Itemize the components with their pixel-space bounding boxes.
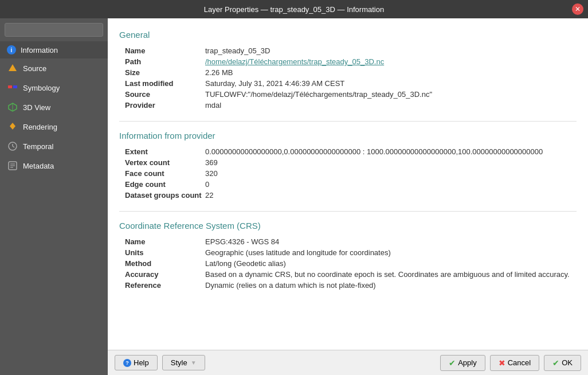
info-row-path: Path /home/delazj/Téléchargements/trap_s… — [125, 57, 577, 66]
ok-label: OK — [562, 358, 573, 367]
info-row-extent: Extent 0.00000000000000000,0.00000000000… — [125, 147, 577, 156]
info-row-vertex: Vertex count 369 — [125, 158, 577, 167]
close-button[interactable]: ✕ — [572, 3, 583, 15]
info-icon: i — [7, 45, 16, 54]
info-row-provider: Provider mdal — [125, 101, 577, 110]
label-accuracy: Accuracy — [125, 270, 205, 279]
sidebar-item-source[interactable]: Source — [0, 58, 108, 78]
sidebar-item-symbology[interactable]: Symbology — [0, 78, 108, 97]
cancel-x-icon: ✖ — [499, 358, 505, 368]
divider-2 — [119, 211, 577, 212]
info-row-method: Method Lat/long (Geodetic alias) — [125, 259, 577, 268]
label-extent: Extent — [125, 147, 205, 156]
provider-section-title: Information from provider — [119, 131, 577, 140]
help-icon: ? — [123, 359, 131, 367]
value-crs-name: EPSG:4326 - WGS 84 — [205, 237, 577, 246]
sidebar-item-rendering[interactable]: Rendering — [0, 117, 108, 136]
label-units: Units — [125, 248, 205, 257]
label-size: Size — [125, 68, 205, 77]
search-input[interactable] — [5, 23, 103, 37]
value-edge: 0 — [205, 180, 577, 189]
label-edge: Edge count — [125, 180, 205, 189]
label-path: Path — [125, 57, 205, 66]
sidebar-label-3d-view: 3D View — [23, 103, 50, 112]
ok-button[interactable]: ✔ OK — [544, 355, 581, 371]
source-icon — [7, 62, 18, 74]
titlebar: Layer Properties — trap_steady_05_3D — I… — [0, 0, 588, 18]
value-modified: Saturday, July 31, 2021 4:46:39 AM CEST — [205, 79, 577, 88]
sidebar-item-3d-view[interactable]: 3D View — [0, 97, 108, 117]
style-button[interactable]: Style ▼ — [162, 355, 205, 370]
value-accuracy: Based on a dynamic CRS, but no coordinat… — [205, 270, 577, 279]
label-modified: Last modified — [125, 79, 205, 88]
sidebar: i Information Source Symbology — [0, 18, 108, 375]
ok-check-icon: ✔ — [552, 358, 559, 368]
cancel-label: Cancel — [508, 358, 531, 367]
content-scroll[interactable]: General Name trap_steady_05_3D Path /hom… — [108, 18, 588, 350]
svg-rect-2 — [13, 85, 17, 88]
label-provider: Provider — [125, 101, 205, 110]
content-area: General Name trap_steady_05_3D Path /hom… — [108, 18, 588, 375]
info-row-units: Units Geographic (uses latitude and long… — [125, 248, 577, 257]
info-row-accuracy: Accuracy Based on a dynamic CRS, but no … — [125, 270, 577, 279]
svg-marker-0 — [9, 64, 17, 71]
label-name: Name — [125, 46, 205, 55]
sidebar-item-temporal[interactable]: Temporal — [0, 136, 108, 156]
crs-section-title: Coordinate Reference System (CRS) — [119, 221, 577, 231]
sidebar-label-metadata: Metadata — [23, 162, 54, 170]
help-label: Help — [134, 358, 149, 367]
label-dataset: Dataset groups count — [125, 191, 205, 200]
svg-marker-5 — [10, 123, 15, 130]
svg-rect-1 — [8, 85, 12, 88]
label-source: Source — [125, 90, 205, 99]
info-row-size: Size 2.26 MB — [125, 68, 577, 77]
value-name: trap_steady_05_3D — [205, 46, 577, 55]
value-size: 2.26 MB — [205, 68, 577, 77]
value-path[interactable]: /home/delazj/Téléchargements/trap_steady… — [205, 57, 577, 66]
info-row-edge: Edge count 0 — [125, 180, 577, 189]
chevron-down-icon: ▼ — [191, 360, 197, 366]
value-provider: mdal — [205, 101, 577, 110]
style-label: Style — [171, 358, 187, 367]
window-title: Layer Properties — trap_steady_05_3D — I… — [204, 5, 384, 14]
crs-table: Name EPSG:4326 - WGS 84 Units Geographic… — [119, 237, 577, 290]
sidebar-label-information: Information — [21, 46, 58, 54]
general-table: Name trap_steady_05_3D Path /home/delazj… — [119, 46, 577, 110]
value-method: Lat/long (Geodetic alias) — [205, 259, 577, 268]
sidebar-label-rendering: Rendering — [23, 123, 57, 131]
bottom-bar: ? Help Style ▼ ✔ Apply ✖ Cancel ✔ — [108, 350, 588, 375]
info-row-source: Source TUFLOWFV:"/home/delazj/Télécharge… — [125, 90, 577, 99]
info-row-crs-name: Name EPSG:4326 - WGS 84 — [125, 237, 577, 246]
label-reference: Reference — [125, 281, 205, 290]
symbology-icon — [7, 82, 18, 93]
value-source: TUFLOWFV:"/home/delazj/Téléchargements/t… — [205, 90, 577, 99]
value-extent: 0.00000000000000000,0.00000000000000000 … — [205, 147, 577, 156]
sidebar-label-source: Source — [23, 64, 46, 73]
sidebar-label-symbology: Symbology — [23, 84, 60, 92]
label-method: Method — [125, 259, 205, 268]
info-row-face: Face count 320 — [125, 169, 577, 178]
value-face: 320 — [205, 169, 577, 178]
label-vertex: Vertex count — [125, 158, 205, 167]
value-vertex: 369 — [205, 158, 577, 167]
metadata-icon — [7, 160, 18, 171]
3dview-icon — [7, 101, 18, 113]
divider-1 — [119, 121, 577, 122]
value-reference: Dynamic (relies on a datum which is not … — [205, 281, 577, 290]
help-button[interactable]: ? Help — [115, 355, 158, 370]
info-row-modified: Last modified Saturday, July 31, 2021 4:… — [125, 79, 577, 88]
svg-line-8 — [13, 146, 14, 147]
apply-check-icon: ✔ — [449, 358, 456, 368]
window: Layer Properties — trap_steady_05_3D — I… — [0, 0, 588, 375]
label-face: Face count — [125, 169, 205, 178]
apply-button[interactable]: ✔ Apply — [440, 355, 485, 371]
cancel-button[interactable]: ✖ Cancel — [490, 355, 539, 371]
main-area: i Information Source Symbology — [0, 18, 588, 375]
value-units: Geographic (uses latitude and longitude … — [205, 248, 577, 257]
sidebar-item-information[interactable]: i Information — [0, 41, 108, 58]
info-row-name: Name trap_steady_05_3D — [125, 46, 577, 55]
apply-label: Apply — [458, 358, 477, 367]
temporal-icon — [7, 140, 18, 152]
value-dataset: 22 — [205, 191, 577, 200]
sidebar-item-metadata[interactable]: Metadata — [0, 156, 108, 175]
